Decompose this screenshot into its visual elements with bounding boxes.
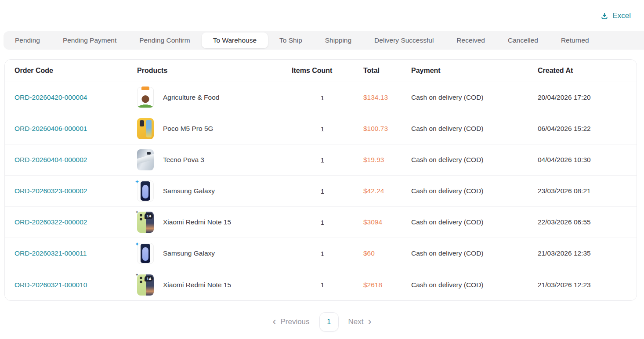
items-count: 1 — [292, 94, 353, 101]
tab-to-ship[interactable]: To Ship — [268, 31, 314, 50]
excel-export-button[interactable]: Excel — [601, 11, 631, 20]
product-image: 14 — [137, 274, 154, 296]
order-total: $42.24 — [353, 187, 401, 195]
payment-method: Cash on delivery (COD) — [401, 125, 528, 133]
order-total: $2618 — [353, 281, 401, 289]
header-order-code: Order Code — [5, 67, 134, 75]
order-code-link[interactable]: ORD-20260406-000001 — [14, 125, 87, 132]
order-total: $134.13 — [353, 94, 401, 101]
table-row: ORD-20260404-000002 Tecno Pova 3 1 $19.9… — [5, 144, 637, 176]
topbar: Excel — [0, 0, 644, 20]
items-count: 1 — [292, 250, 353, 257]
order-code-link[interactable]: ORD-20260420-000004 — [14, 94, 87, 101]
product-image — [137, 180, 154, 202]
product-name: Agriculture & Food — [163, 94, 219, 101]
tab-pending-confirm[interactable]: Pending Confirm — [128, 31, 201, 50]
table-row: ORD-20260406-000001 Poco M5 Pro 5G 1 $10… — [5, 113, 637, 144]
header-payment: Payment — [401, 67, 528, 75]
orders-table: Order Code Products Items Count Total Pa… — [4, 59, 637, 301]
tab-returned[interactable]: Returned — [550, 31, 601, 50]
header-items-count: Items Count — [292, 67, 353, 75]
previous-page-button[interactable]: Previous — [272, 317, 309, 327]
download-icon — [601, 12, 608, 20]
order-code-link[interactable]: ORD-20260404-000002 — [14, 156, 87, 163]
table-row: ORD-20260323-000002 Samsung Galaxy 1 $42… — [5, 176, 637, 207]
product-badge: 14 — [145, 276, 153, 282]
sparkle-icon — [135, 179, 139, 184]
table-row: ORD-20260420-000004 Agriculture & Food 1… — [5, 82, 637, 113]
order-total: $19.93 — [353, 156, 401, 164]
order-total: $3094 — [353, 218, 401, 226]
tab-pending-payment[interactable]: Pending Payment — [51, 31, 128, 50]
created-at: 04/04/2026 10:30 — [528, 156, 637, 164]
next-label: Next — [348, 317, 364, 326]
order-status-tabs: Pending Pending Payment Pending Confirm … — [4, 31, 644, 50]
table-row: ORD-20260321-000010 14 Xiaomi Redmi Note… — [5, 269, 637, 300]
tab-pending[interactable]: Pending — [4, 31, 51, 50]
items-count: 1 — [292, 125, 353, 133]
excel-label: Excel — [612, 11, 631, 20]
next-page-button[interactable]: Next — [348, 317, 372, 327]
header-products: Products — [134, 67, 292, 75]
page-number-button[interactable]: 1 — [319, 312, 339, 332]
product-name: Xiaomi Redmi Note 15 — [163, 218, 231, 226]
product-image — [137, 118, 154, 139]
payment-method: Cash on delivery (COD) — [401, 94, 528, 101]
sparkle-icon — [135, 273, 139, 277]
payment-method: Cash on delivery (COD) — [401, 281, 528, 289]
order-code-link[interactable]: ORD-20260323-000002 — [14, 187, 87, 195]
product-name: Tecno Pova 3 — [163, 156, 204, 164]
created-at: 21/03/2026 12:23 — [528, 281, 637, 289]
order-code-link[interactable]: ORD-20260321-000011 — [14, 249, 87, 257]
pagination: Previous 1 Next — [0, 312, 644, 332]
created-at: 21/03/2026 12:35 — [528, 249, 637, 257]
created-at: 20/04/2026 17:20 — [528, 94, 637, 101]
product-image — [137, 243, 154, 264]
order-code-link[interactable]: ORD-20260321-000010 — [14, 281, 87, 289]
product-name: Samsung Galaxy — [163, 187, 215, 195]
chevron-left-icon — [272, 316, 276, 327]
product-name: Samsung Galaxy — [163, 249, 215, 257]
previous-label: Previous — [280, 317, 309, 326]
product-badge: 14 — [145, 213, 153, 219]
sparkle-icon — [135, 210, 139, 214]
order-total: $60 — [353, 249, 401, 257]
product-image — [137, 87, 154, 108]
product-name: Xiaomi Redmi Note 15 — [163, 281, 231, 289]
table-header-row: Order Code Products Items Count Total Pa… — [5, 60, 637, 82]
payment-method: Cash on delivery (COD) — [401, 187, 528, 195]
chevron-right-icon — [368, 316, 372, 327]
header-created-at: Created At — [528, 67, 637, 75]
items-count: 1 — [292, 156, 353, 164]
created-at: 22/03/2026 06:55 — [528, 218, 637, 226]
tab-received[interactable]: Received — [445, 31, 496, 50]
order-total: $100.73 — [353, 125, 401, 133]
tab-to-warehouse[interactable]: To Warehouse — [202, 32, 268, 48]
created-at: 06/04/2026 15:22 — [528, 125, 637, 133]
payment-method: Cash on delivery (COD) — [401, 218, 528, 226]
tab-shipping[interactable]: Shipping — [314, 31, 363, 50]
items-count: 1 — [292, 219, 353, 226]
created-at: 23/03/2026 08:21 — [528, 187, 637, 195]
order-code-link[interactable]: ORD-20260322-000002 — [14, 218, 87, 226]
tab-cancelled[interactable]: Cancelled — [496, 31, 550, 50]
product-image: 14 — [137, 212, 154, 233]
product-image — [137, 149, 154, 170]
payment-method: Cash on delivery (COD) — [401, 249, 528, 257]
table-row: ORD-20260322-000002 14 Xiaomi Redmi Note… — [5, 207, 637, 238]
product-name: Poco M5 Pro 5G — [163, 125, 213, 133]
tab-delivery-successful[interactable]: Delivery Successful — [363, 31, 445, 50]
items-count: 1 — [292, 281, 353, 289]
sparkle-icon — [135, 242, 139, 247]
items-count: 1 — [292, 188, 353, 195]
payment-method: Cash on delivery (COD) — [401, 156, 528, 164]
table-row: ORD-20260321-000011 Samsung Galaxy 1 $60… — [5, 238, 637, 269]
header-total: Total — [353, 67, 401, 75]
